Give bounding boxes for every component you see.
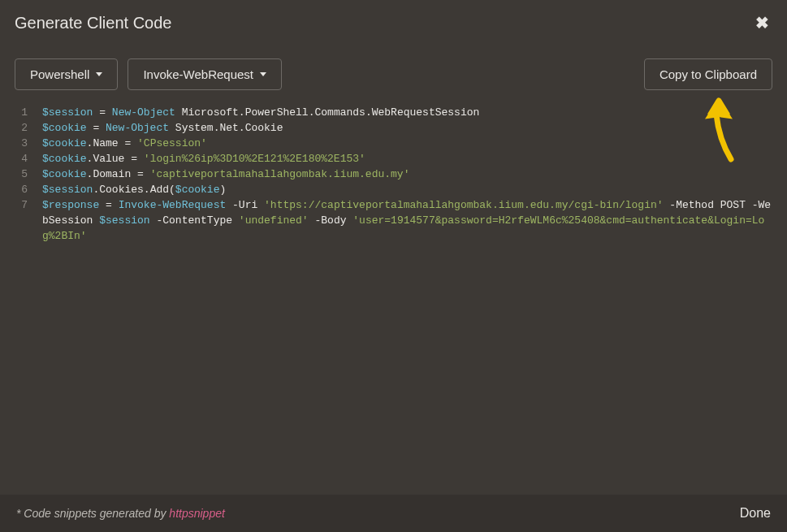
dialog-header: Generate Client Code ✖: [0, 0, 787, 44]
toolbar-left: Powershell Invoke-WebRequest: [15, 58, 282, 90]
done-button[interactable]: Done: [740, 506, 771, 521]
footer-prefix: * Code snippets generated by: [16, 507, 169, 520]
line-number: 4: [15, 151, 42, 167]
copy-label: Copy to Clipboard: [659, 67, 757, 81]
line-number: 7: [15, 197, 42, 244]
dialog-title: Generate Client Code: [15, 14, 171, 32]
code-line: 1$session = New-Object Microsoft.PowerSh…: [15, 105, 772, 120]
line-number: 5: [15, 167, 42, 182]
code-content: $cookie = New-Object System.Net.Cookie: [42, 120, 772, 136]
language-label: Powershell: [30, 67, 89, 81]
code-content: $response = Invoke-WebRequest -Uri 'http…: [42, 197, 772, 244]
footer-credit: * Code snippets generated by httpsnippet: [16, 507, 225, 520]
code-content: $cookie.Value = 'login%26ip%3D10%2E121%2…: [42, 151, 772, 167]
code-line: 4$cookie.Value = 'login%26ip%3D10%2E121%…: [15, 151, 772, 167]
code-content: $cookie.Name = 'CPsession': [42, 136, 772, 151]
variant-label: Invoke-WebRequest: [143, 67, 253, 81]
code-line: 2$cookie = New-Object System.Net.Cookie: [15, 120, 772, 136]
variant-dropdown[interactable]: Invoke-WebRequest: [128, 58, 282, 90]
line-number: 2: [15, 120, 42, 136]
code-line: 3$cookie.Name = 'CPsession': [15, 136, 772, 151]
code-content: $session = New-Object Microsoft.PowerShe…: [42, 105, 772, 120]
chevron-down-icon: [96, 72, 102, 76]
dialog-footer: * Code snippets generated by httpsnippet…: [0, 495, 787, 532]
code-line: 5$cookie.Domain = 'captiveportalmahallah…: [15, 167, 772, 182]
toolbar: Powershell Invoke-WebRequest Copy to Cli…: [0, 44, 787, 98]
language-dropdown[interactable]: Powershell: [15, 58, 118, 90]
code-content: $session.Cookies.Add($cookie): [42, 182, 772, 197]
close-icon[interactable]: ✖: [755, 13, 769, 32]
httpsnippet-link[interactable]: httpsnippet: [169, 507, 225, 520]
copy-button[interactable]: Copy to Clipboard: [644, 58, 772, 90]
line-number: 3: [15, 136, 42, 151]
code-snippet[interactable]: 1$session = New-Object Microsoft.PowerSh…: [0, 98, 787, 244]
code-line: 7$response = Invoke-WebRequest -Uri 'htt…: [15, 197, 772, 244]
line-number: 6: [15, 182, 42, 197]
code-content: $cookie.Domain = 'captiveportalmahallahg…: [42, 167, 772, 182]
line-number: 1: [15, 105, 42, 120]
code-line: 6$session.Cookies.Add($cookie): [15, 182, 772, 197]
chevron-down-icon: [260, 72, 266, 76]
